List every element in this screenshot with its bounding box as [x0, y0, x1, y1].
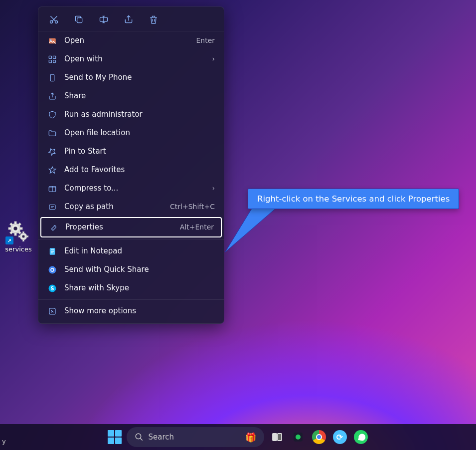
copy-icon[interactable]	[73, 14, 84, 25]
svg-point-15	[22, 235, 25, 238]
share-icon	[47, 91, 57, 101]
menu-item-label: Pin to Start	[64, 146, 215, 157]
svg-rect-13	[18, 236, 20, 237]
delete-icon[interactable]	[148, 14, 159, 25]
more-icon	[47, 306, 57, 316]
svg-rect-32	[51, 252, 53, 253]
search-icon	[135, 433, 144, 442]
archive-icon	[47, 184, 57, 194]
task-view-icon[interactable]	[269, 429, 285, 445]
svg-rect-18	[77, 18, 82, 23]
svg-point-33	[49, 266, 56, 273]
desktop-shortcut-services[interactable]: ↗ services	[4, 220, 33, 253]
star-icon	[47, 165, 57, 175]
context-menu-toolbar	[38, 7, 224, 31]
svg-rect-12	[23, 239, 24, 241]
menu-item-edit-notepad[interactable]: Edit in Notepad	[38, 242, 224, 260]
svg-rect-39	[273, 434, 277, 441]
menu-item-label: Properties	[65, 222, 173, 232]
svg-rect-28	[49, 205, 55, 209]
search-placeholder: Search	[149, 433, 174, 442]
svg-point-17	[55, 21, 58, 23]
services-gear-icon: ↗	[6, 220, 30, 243]
menu-item-label: Send with Quick Share	[64, 264, 215, 275]
menu-item-open-location[interactable]: Open file location	[38, 124, 224, 142]
svg-rect-23	[53, 56, 56, 58]
notepad-icon	[47, 246, 57, 256]
svg-rect-14	[26, 236, 28, 237]
menu-item-open[interactable]: Open Enter	[38, 31, 224, 50]
menu-item-share[interactable]: Share	[38, 87, 224, 105]
menu-item-copy-path[interactable]: Copy as path Ctrl+Shift+C	[38, 198, 224, 216]
instruction-callout: Right-click on the Services and click Pr…	[248, 189, 459, 209]
svg-point-16	[50, 21, 53, 23]
svg-marker-37	[225, 205, 280, 252]
svg-rect-5	[17, 223, 21, 226]
menu-item-show-more[interactable]: Show more options	[38, 302, 224, 320]
taskbar-app-green[interactable]	[290, 429, 306, 445]
svg-rect-3	[8, 227, 11, 229]
taskbar-chrome-icon[interactable]	[311, 429, 327, 445]
menu-item-label: Compress to...	[64, 183, 205, 194]
menu-item-open-with[interactable]: Open with ›	[38, 50, 224, 68]
start-button[interactable]	[108, 430, 122, 444]
menu-item-run-admin[interactable]: Run as administrator	[38, 105, 224, 124]
svg-point-42	[296, 435, 301, 440]
svg-rect-8	[17, 230, 21, 234]
menu-item-label: Share with Skype	[64, 283, 215, 293]
menu-item-shortcut: Enter	[196, 36, 215, 46]
menu-item-shortcut: Alt+Enter	[180, 223, 214, 232]
phone-icon	[47, 73, 57, 83]
menu-item-send-phone[interactable]: Send to My Phone	[38, 68, 224, 87]
menu-item-label: Show more options	[64, 306, 215, 316]
taskbar: y Search 🎁 ⟳	[0, 424, 476, 450]
image-icon	[47, 36, 57, 46]
menu-item-properties[interactable]: Properties Alt+Enter	[40, 217, 222, 237]
gift-icon: 🎁	[245, 432, 256, 443]
folder-icon	[47, 128, 57, 138]
svg-point-9	[13, 226, 17, 230]
menu-item-label: Send to My Phone	[64, 72, 215, 83]
svg-rect-7	[10, 223, 13, 226]
svg-text:S: S	[50, 285, 54, 291]
svg-rect-11	[23, 231, 24, 233]
share-toolbar-icon[interactable]	[123, 14, 134, 25]
menu-item-label: Open with	[64, 54, 205, 64]
rename-icon[interactable]	[98, 14, 109, 25]
svg-point-38	[136, 434, 141, 439]
menu-item-shortcut: Ctrl+Shift+C	[170, 202, 215, 212]
svg-rect-24	[49, 60, 51, 62]
quickshare-icon	[47, 265, 57, 275]
taskbar-sync-icon[interactable]: ⟳	[332, 429, 348, 445]
menu-item-add-favorites[interactable]: Add to Favorites	[38, 161, 224, 179]
svg-rect-40	[278, 434, 282, 441]
svg-rect-2	[14, 232, 16, 235]
skype-icon: S	[47, 283, 57, 293]
svg-rect-22	[49, 56, 51, 58]
svg-rect-30	[51, 249, 54, 250]
chevron-right-icon: ›	[212, 184, 215, 194]
menu-item-label: Open	[64, 35, 189, 46]
taskbar-whatsapp-icon[interactable]	[353, 429, 369, 445]
taskbar-search[interactable]: Search 🎁	[127, 427, 264, 447]
svg-rect-31	[51, 251, 54, 251]
desktop-icon-label: services	[4, 245, 33, 253]
chevron-right-icon: ›	[212, 54, 215, 64]
menu-separator	[38, 239, 224, 240]
menu-item-quick-share[interactable]: Send with Quick Share	[38, 260, 224, 279]
callout-text: Right-click on the Services and click Pr…	[257, 194, 450, 204]
menu-separator	[38, 299, 224, 300]
menu-item-skype[interactable]: S Share with Skype	[38, 279, 224, 297]
menu-item-label: Add to Favorites	[64, 165, 215, 175]
menu-item-label: Copy as path	[64, 202, 163, 212]
svg-rect-1	[14, 222, 16, 225]
shield-icon	[47, 110, 57, 120]
taskbar-left-text: y	[2, 438, 6, 445]
svg-rect-6	[10, 230, 13, 234]
menu-item-label: Run as administrator	[64, 109, 215, 120]
copy-path-icon	[47, 202, 57, 212]
cut-icon[interactable]	[48, 14, 59, 25]
menu-item-label: Open file location	[64, 128, 215, 138]
menu-item-compress[interactable]: Compress to... ›	[38, 179, 224, 198]
menu-item-pin-start[interactable]: Pin to Start	[38, 142, 224, 161]
